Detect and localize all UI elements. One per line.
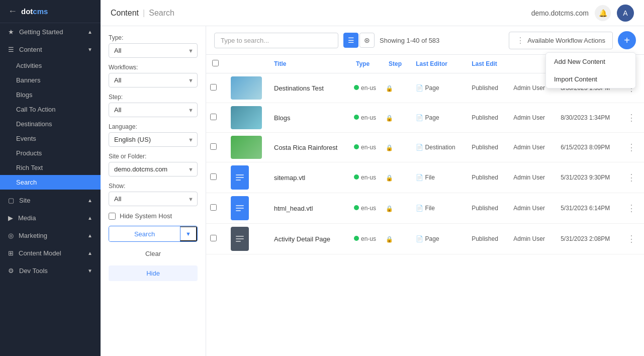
status-dot xyxy=(354,236,359,241)
list-view-button[interactable]: ☰ xyxy=(343,33,358,48)
table-row: Costa Rica Rainforesten-us🔒📄 Destination… xyxy=(206,133,644,162)
hide-system-host-row: Hide System Host xyxy=(109,212,198,220)
row-type: 📄 Page xyxy=(416,235,439,242)
site-select[interactable]: demo.dotcms.com xyxy=(109,162,198,176)
grid-icon: ⊞ xyxy=(8,249,14,257)
language-select[interactable]: English (US) xyxy=(109,132,198,147)
th-thumb xyxy=(225,55,268,73)
site-filter: Site or Folder: demo.dotcms.com ▼ xyxy=(109,153,198,176)
type-select[interactable]: All xyxy=(109,43,198,58)
row-lang: en-us xyxy=(361,84,376,92)
search-btn-wrap: Search ▼ xyxy=(109,226,198,242)
row-actions-button[interactable]: ⋮ xyxy=(627,203,636,214)
add-content-button[interactable]: + xyxy=(618,31,636,49)
workflows-select[interactable]: All xyxy=(109,73,198,87)
row-checkbox[interactable] xyxy=(210,143,217,150)
row-checkbox[interactable] xyxy=(210,204,217,211)
row-lang: en-us xyxy=(361,235,376,242)
row-actions-button[interactable]: ⋮ xyxy=(627,142,636,153)
sidebar-label-getting-started: Getting Started xyxy=(19,28,63,36)
th-step-link[interactable]: Step xyxy=(389,60,402,67)
clear-button[interactable]: Clear xyxy=(109,248,198,259)
th-type-link[interactable]: Type xyxy=(356,60,370,67)
sidebar-item-call-to-action[interactable]: Call To Action xyxy=(0,102,101,117)
sidebar-item-blogs[interactable]: Blogs xyxy=(0,87,101,102)
show-select[interactable]: All xyxy=(109,192,198,206)
sidebar-item-search[interactable]: Search xyxy=(0,175,101,190)
row-type: 📄 Destination xyxy=(416,144,455,151)
row-actions-button[interactable]: ⋮ xyxy=(627,233,636,244)
th-last-edit-link[interactable]: Last Edit xyxy=(472,60,497,67)
search-input-wrap xyxy=(214,33,338,48)
hide-system-host-checkbox[interactable] xyxy=(109,213,116,220)
add-new-content-item[interactable]: Add New Content xyxy=(546,53,635,70)
row-checkbox[interactable] xyxy=(210,114,217,120)
workflow-actions-button[interactable]: ⋮ Available Workflow Actions xyxy=(509,32,613,49)
th-last-editor-link[interactable]: Last Editor xyxy=(416,60,447,67)
sidebar-item-site[interactable]: ▢ Site ▲ xyxy=(0,192,101,209)
row-checkbox[interactable] xyxy=(210,173,217,180)
chevron-dev-tools: ▼ xyxy=(87,268,93,274)
status-dot xyxy=(354,205,359,210)
row-editor: Admin User xyxy=(513,174,545,181)
row-file-icon xyxy=(231,165,249,190)
sidebar-label-content-model: Content Model xyxy=(19,249,61,257)
notification-bell[interactable]: 🔔 xyxy=(595,5,611,21)
sidebar-item-content[interactable]: ☰ Content ▼ xyxy=(0,41,101,58)
type-filter: Type: All ▼ xyxy=(109,34,198,58)
row-checkbox[interactable] xyxy=(210,84,217,91)
sidebar-item-content-model[interactable]: ⊞ Content Model ▲ xyxy=(0,244,101,262)
sidebar-item-banners[interactable]: Banners xyxy=(0,73,101,87)
workflows-label: Workflows: xyxy=(109,64,198,71)
step-select[interactable]: All xyxy=(109,103,198,117)
row-editor: Admin User xyxy=(513,114,545,121)
row-date: 5/31/2023 9:30PM xyxy=(561,174,610,181)
search-dropdown-arrow[interactable]: ▼ xyxy=(180,226,197,241)
sidebar-item-media[interactable]: ▶ Media ▲ xyxy=(0,209,101,227)
sidebar-item-destinations[interactable]: Destinations xyxy=(0,117,101,131)
row-type: 📄 File xyxy=(416,205,435,212)
sidebar-item-getting-started[interactable]: ★ Getting Started ▲ xyxy=(0,23,101,41)
row-title: Destinations Test xyxy=(274,84,324,92)
sidebar-item-dev-tools[interactable]: ⚙ Dev Tools ▼ xyxy=(0,262,101,280)
lock-icon: 🔒 xyxy=(386,205,393,212)
view-toggle: ☰ ⊛ xyxy=(343,33,375,48)
bell-icon: 🔔 xyxy=(599,9,607,17)
select-all-checkbox[interactable] xyxy=(212,60,219,66)
chevron-icon-content: ▼ xyxy=(87,47,93,52)
th-title-link[interactable]: Title xyxy=(274,60,286,67)
play-icon: ▶ xyxy=(8,214,13,222)
table-row: Activity Detail Pageen-us🔒📄 PagePublishe… xyxy=(206,224,644,254)
step-label: Step: xyxy=(109,94,198,101)
grid-view-button[interactable]: ⊛ xyxy=(359,33,375,48)
search-button[interactable]: Search xyxy=(109,227,180,241)
dots-icon: ⋮ xyxy=(516,36,524,45)
th-step: Step xyxy=(383,55,410,73)
hide-button[interactable]: Hide xyxy=(109,265,198,281)
topbar-title: Content xyxy=(111,9,139,18)
row-title: Blogs xyxy=(274,114,291,122)
th-checkbox xyxy=(206,55,225,73)
import-content-item[interactable]: Import Content xyxy=(546,70,635,88)
lock-icon: 🔒 xyxy=(386,115,393,122)
svg-rect-3 xyxy=(236,180,241,181)
sidebar-label-site: Site xyxy=(19,197,30,204)
row-actions-button[interactable]: ⋮ xyxy=(627,172,636,183)
svg-rect-11 xyxy=(236,241,241,242)
hide-system-host-label: Hide System Host xyxy=(120,212,172,220)
sidebar-item-products[interactable]: Products xyxy=(0,146,101,160)
row-type: 📄 Page xyxy=(416,84,439,92)
sidebar-item-events[interactable]: Events xyxy=(0,131,101,146)
sidebar-item-rich-text[interactable]: Rich Text xyxy=(0,160,101,175)
sidebar-item-marketing[interactable]: ◎ Marketing ▲ xyxy=(0,227,101,244)
sidebar-item-activities[interactable]: Activities xyxy=(0,58,101,73)
search-input[interactable] xyxy=(214,33,338,48)
add-btn-wrap: + Add New Content Import Content xyxy=(618,31,636,49)
row-checkbox[interactable] xyxy=(210,235,217,241)
back-button[interactable]: ← xyxy=(8,6,17,17)
show-label: Show: xyxy=(109,183,198,190)
user-avatar[interactable]: A xyxy=(617,5,634,22)
content-table-wrap: Title Type Step Last Editor Last Edit De… xyxy=(206,55,644,356)
row-actions-button[interactable]: ⋮ xyxy=(627,112,636,123)
row-type: 📄 Page xyxy=(416,114,439,121)
